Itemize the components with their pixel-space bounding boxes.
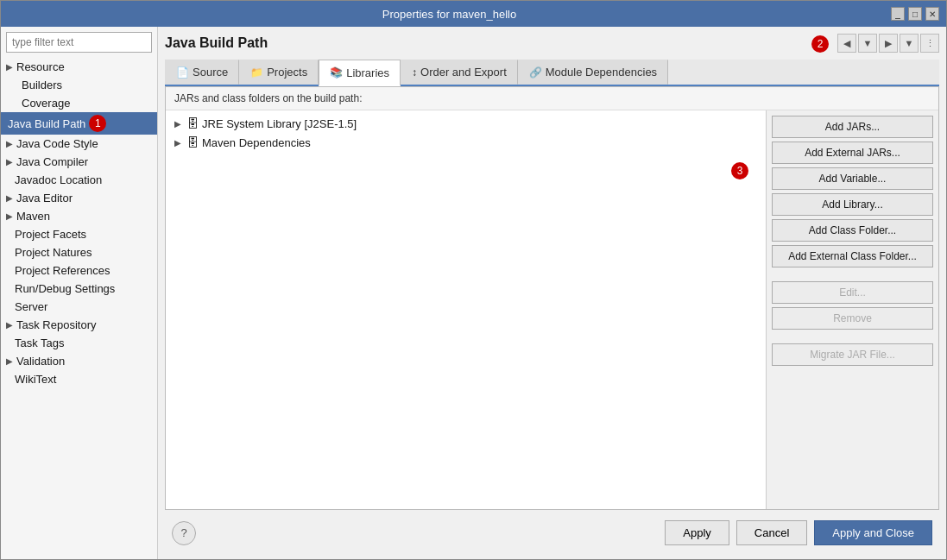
menu-button[interactable]: ⋮ <box>920 34 939 53</box>
add-external-jars-button[interactable]: Add External JARs... <box>772 142 933 164</box>
tab-module-deps-label: Module Dependencies <box>546 66 657 79</box>
expand-arrow-icon: ▶ <box>6 157 13 167</box>
main-content: ▶ Resource Builders Coverage Java Build … <box>1 27 946 559</box>
sidebar-item-builders[interactable]: Builders <box>1 76 157 94</box>
library-icon: 🗄 <box>186 135 199 149</box>
add-jars-button[interactable]: Add JARs... <box>772 116 933 138</box>
libraries-tab-icon: 📚 <box>330 66 343 79</box>
migrate-jar-button[interactable]: Migrate JAR File... <box>772 343 933 366</box>
tabs-bar: 📄 Source 📁 Projects 📚 Libraries ↕ Order … <box>165 60 939 86</box>
step-badge-3: 3 <box>731 162 748 179</box>
sidebar-item-run-debug[interactable]: Run/Debug Settings <box>1 280 157 298</box>
sidebar-item-label: Java Code Style <box>16 137 98 150</box>
module-tab-icon: 🔗 <box>529 66 542 79</box>
window-controls: ⎯ □ ✕ <box>891 7 939 21</box>
sidebar-item-label: Server <box>15 300 47 313</box>
content-area: JARs and class folders on the build path… <box>165 86 939 510</box>
sidebar-item-java-code-style[interactable]: ▶ Java Code Style <box>1 135 157 153</box>
back-button[interactable]: ◀ <box>837 34 856 53</box>
badge-1: 1 <box>89 115 106 132</box>
sidebar-item-label: Project References <box>15 264 110 277</box>
tree-item-label: Maven Dependencies <box>202 136 311 149</box>
sidebar-item-task-tags[interactable]: Task Tags <box>1 334 157 352</box>
tab-source[interactable]: 📄 Source <box>165 60 239 85</box>
tab-order-export[interactable]: ↕ Order and Export <box>401 60 518 85</box>
tree-item-maven[interactable]: ▶ 🗄 Maven Dependencies <box>169 133 762 152</box>
sidebar-item-java-compiler[interactable]: ▶ Java Compiler <box>1 153 157 171</box>
sidebar-item-label: Project Natures <box>15 246 92 259</box>
title-bar: Properties for maven_hello ⎯ □ ✕ <box>1 1 946 27</box>
remove-button[interactable]: Remove <box>772 307 933 330</box>
bottom-bar: ? Apply Cancel Apply and Close <box>165 513 939 552</box>
filter-input[interactable] <box>6 32 152 53</box>
panel-header: Java Build Path 2 ◀ ▼ ▶ ▼ ⋮ <box>165 34 939 53</box>
expand-arrow-icon: ▶ <box>6 62 13 72</box>
tab-libraries[interactable]: 📚 Libraries <box>319 60 401 86</box>
sidebar-item-label: Javadoc Location <box>15 173 102 186</box>
sidebar-item-label: Resource <box>16 60 65 73</box>
apply-button[interactable]: Apply <box>665 520 729 545</box>
panel-title: Java Build Path <box>165 35 268 51</box>
tab-source-label: Source <box>193 66 228 79</box>
minimize-button[interactable]: ⎯ <box>891 7 905 21</box>
tab-projects[interactable]: 📁 Projects <box>239 60 319 85</box>
expand-arrow-icon: ▶ <box>6 211 13 221</box>
tree-expand-icon: ▶ <box>174 119 183 129</box>
tab-libraries-label: Libraries <box>346 66 389 79</box>
expand-arrow-icon: ▶ <box>6 320 13 330</box>
tab-module-dependencies[interactable]: 🔗 Module Dependencies <box>518 60 668 85</box>
sidebar-item-label: Maven <box>16 210 50 223</box>
forward-button[interactable]: ▶ <box>879 34 898 53</box>
restore-button[interactable]: □ <box>908 7 922 21</box>
sidebar-item-task-repository[interactable]: ▶ Task Repository <box>1 316 157 334</box>
sidebar-item-label: Validation <box>16 355 65 368</box>
source-tab-icon: 📄 <box>176 66 189 79</box>
sidebar-item-label: Coverage <box>22 97 70 110</box>
add-external-class-folder-button[interactable]: Add External Class Folder... <box>772 245 933 267</box>
right-panel: Java Build Path 2 ◀ ▼ ▶ ▼ ⋮ 📄 Source 📁 <box>158 27 946 559</box>
sidebar-item-project-references[interactable]: Project References <box>1 261 157 280</box>
projects-tab-icon: 📁 <box>250 66 263 79</box>
forward-dropdown2-button[interactable]: ▼ <box>900 34 919 53</box>
sidebar-item-java-build-path[interactable]: Java Build Path 1 <box>1 112 157 135</box>
sidebar-item-wikitext[interactable]: WikiText <box>1 370 157 388</box>
step-badge-2: 2 <box>811 35 829 53</box>
tree-expand-icon: ▶ <box>174 138 183 148</box>
tree-item-jre[interactable]: ▶ 🗄 JRE System Library [J2SE-1.5] <box>169 114 762 133</box>
add-variable-button[interactable]: Add Variable... <box>772 167 933 190</box>
sidebar-item-label: Run/Debug Settings <box>15 282 115 295</box>
sidebar-item-resource[interactable]: ▶ Resource <box>1 58 157 76</box>
sidebar-item-label: Java Editor <box>16 192 73 204</box>
expand-arrow-icon: ▶ <box>6 139 13 148</box>
close-button[interactable]: ✕ <box>925 7 939 21</box>
tab-order-export-label: Order and Export <box>420 66 507 79</box>
sidebar-item-label: Task Repository <box>16 318 96 331</box>
tab-projects-label: Projects <box>267 66 307 79</box>
apply-close-button[interactable]: Apply and Close <box>814 520 932 545</box>
add-class-folder-button[interactable]: Add Class Folder... <box>772 219 933 242</box>
sidebar-item-label: Java Build Path <box>8 117 85 130</box>
sidebar: ▶ Resource Builders Coverage Java Build … <box>1 27 158 559</box>
sidebar-item-label: Java Compiler <box>16 155 88 168</box>
sidebar-item-validation[interactable]: ▶ Validation <box>1 352 157 370</box>
library-icon: 🗄 <box>186 116 199 130</box>
edit-button[interactable]: Edit... <box>772 281 933 304</box>
sidebar-item-server[interactable]: Server <box>1 298 157 316</box>
expand-arrow-icon: ▶ <box>6 356 13 366</box>
forward-dropdown-button[interactable]: ▼ <box>858 34 877 53</box>
help-button[interactable]: ? <box>172 521 196 545</box>
sidebar-item-java-editor[interactable]: ▶ Java Editor <box>1 189 157 207</box>
sidebar-item-project-natures[interactable]: Project Natures <box>1 243 157 261</box>
add-library-button[interactable]: Add Library... <box>772 193 933 216</box>
sidebar-item-project-facets[interactable]: Project Facets <box>1 225 157 243</box>
tree-item-label: JRE System Library [J2SE-1.5] <box>202 117 357 130</box>
cancel-button[interactable]: Cancel <box>736 520 807 545</box>
sidebar-item-javadoc[interactable]: Javadoc Location <box>1 171 157 189</box>
sidebar-item-coverage[interactable]: Coverage <box>1 94 157 112</box>
sidebar-item-maven[interactable]: ▶ Maven <box>1 207 157 225</box>
content-description: JARs and class folders on the build path… <box>166 87 938 110</box>
tree-area: ▶ 🗄 JRE System Library [J2SE-1.5] ▶ 🗄 Ma… <box>166 110 766 509</box>
main-window: Properties for maven_hello ⎯ □ ✕ ▶ Resou… <box>0 0 947 560</box>
expand-arrow-icon: ▶ <box>6 193 13 203</box>
order-tab-icon: ↕ <box>412 66 417 79</box>
